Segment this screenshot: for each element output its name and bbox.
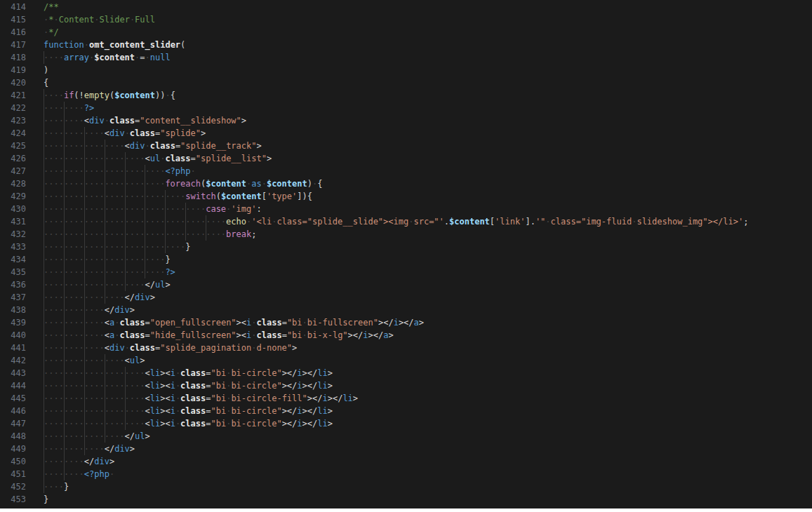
code-content[interactable]: ············</div> [44, 304, 812, 316]
code-line[interactable]: 423········<div·class="content__slidesho… [0, 114, 812, 127]
code-content[interactable]: ····················<li><i·class="bi·bi-… [44, 392, 812, 405]
code-content[interactable]: ·*·Content·Slider·Full [44, 13, 812, 26]
code-line[interactable]: 449············</div> [0, 443, 812, 455]
code-line[interactable]: 422········?> [0, 102, 812, 114]
code-token: > [130, 444, 135, 454]
code-token: $content [206, 179, 246, 189]
code-line[interactable]: 444····················<li><i·class="bi·… [0, 379, 812, 392]
code-line[interactable]: 442················<ul> [0, 354, 812, 367]
code-content[interactable]: ····················<li><i·class="bi·bi-… [44, 417, 812, 430]
code-editor[interactable]: 414/**415·*·Content·Slider·Full416·*/417… [0, 0, 812, 512]
code-content[interactable]: ········</div> [44, 455, 812, 468]
code-content[interactable]: ········?> [44, 102, 812, 114]
code-content[interactable]: ) [44, 64, 812, 76]
code-content[interactable]: ························foreach($content… [44, 177, 812, 190]
code-content[interactable]: ····································echo… [44, 215, 812, 228]
code-line[interactable]: 426····················<ul·class="splide… [0, 152, 812, 165]
code-content[interactable]: ················</ul> [44, 430, 812, 443]
code-content[interactable]: ································case·'im… [44, 203, 812, 215]
code-content[interactable]: ················<div·class="splide__trac… [44, 140, 812, 152]
code-content[interactable]: ········<div·class="content__slideshow"> [44, 114, 812, 127]
code-content[interactable]: ························} [44, 253, 812, 266]
code-line[interactable]: 451········<?php· [0, 468, 812, 480]
code-line[interactable]: 436····················</ul> [0, 278, 812, 291]
code-content[interactable]: function·omt_content_slider( [44, 39, 812, 51]
code-content[interactable]: ····················<li><i·class="bi·bi-… [44, 405, 812, 417]
code-content[interactable]: ············<div·class="splide_paginatio… [44, 342, 812, 354]
code-line[interactable]: 428························foreach($cont… [0, 177, 812, 190]
code-content[interactable]: ····array·$content·=·null [44, 51, 812, 64]
code-content[interactable]: ····················</ul> [44, 278, 812, 291]
code-token: <?php [84, 469, 109, 479]
code-token: div [94, 457, 109, 466]
whitespace-dots: · [251, 318, 256, 328]
whitespace-dots: · [125, 128, 130, 138]
code-token: ]){ [297, 191, 312, 201]
code-line[interactable]: 437················</div> [0, 291, 812, 304]
code-token: li [150, 406, 160, 416]
code-line[interactable]: 434························} [0, 253, 812, 266]
code-line[interactable]: 440············<a·class="hide_fullscreen… [0, 329, 812, 342]
code-content[interactable]: ················</div> [44, 291, 812, 304]
code-content[interactable]: ····································brea… [44, 228, 812, 241]
code-token: = [282, 318, 287, 328]
code-content[interactable]: /** [44, 1, 812, 13]
code-token: bi-circle" [231, 381, 281, 391]
code-content[interactable]: ····························switch($cont… [44, 190, 812, 203]
code-content[interactable]: ················<ul> [44, 354, 812, 367]
code-line[interactable]: 417function·omt_content_slider( [0, 39, 812, 51]
code-content[interactable]: ············<div·class="splide"> [44, 127, 812, 140]
code-content[interactable]: ····················<li><i·class="bi·bi-… [44, 379, 812, 392]
code-content[interactable]: ·*/ [44, 26, 812, 39]
code-content[interactable]: ····························} [44, 241, 812, 253]
indent-guide [105, 215, 105, 228]
code-content[interactable]: ············<a·class="open_fullscreen"><… [44, 316, 812, 329]
code-line[interactable]: 425················<div·class="splide__t… [0, 140, 812, 152]
code-content[interactable]: ························?> [44, 266, 812, 278]
line-number: 438 [0, 304, 26, 316]
code-line[interactable]: 435························?> [0, 266, 812, 278]
code-token: } [44, 494, 48, 504]
code-line[interactable]: 429····························switch($c… [0, 190, 812, 203]
code-line[interactable]: 438············</div> [0, 304, 812, 316]
code-content[interactable]: ····} [44, 480, 812, 493]
code-content[interactable]: ····················<ul·class="splide__l… [44, 152, 812, 165]
code-content[interactable]: ············</div> [44, 443, 812, 455]
code-line[interactable]: 445····················<li><i·class="bi·… [0, 392, 812, 405]
code-line[interactable]: 418····array·$content·=·null [0, 51, 812, 64]
code-line[interactable]: 415·*·Content·Slider·Full [0, 13, 812, 26]
code-content[interactable]: ····················<li><i·class="bi·bi-… [44, 367, 812, 379]
code-content[interactable]: ········<?php· [44, 468, 812, 480]
code-content[interactable]: { [44, 76, 812, 89]
code-content[interactable]: ························<?php· [44, 165, 812, 177]
code-line[interactable]: 448················</ul> [0, 430, 812, 443]
code-line[interactable]: 419) [0, 64, 812, 76]
code-line[interactable]: 439············<a·class="open_fullscreen… [0, 316, 812, 329]
code-line[interactable]: 452····} [0, 480, 812, 493]
code-line[interactable]: 420{ [0, 76, 812, 89]
indent-guide [84, 278, 85, 291]
code-line[interactable]: 443····················<li><i·class="bi·… [0, 367, 812, 379]
code-token: "bi [211, 393, 226, 403]
code-content[interactable]: } [44, 493, 812, 506]
code-line[interactable]: 433····························} [0, 241, 812, 253]
code-content[interactable]: ············<a·class="hide_fullscreen"><… [44, 329, 812, 342]
code-line[interactable]: 450········</div> [0, 455, 812, 468]
code-line[interactable]: 453} [0, 493, 812, 506]
code-line[interactable]: 431····································e… [0, 215, 812, 228]
code-line[interactable]: 447····················<li><i·class="bi·… [0, 417, 812, 430]
code-line[interactable]: 421····if(!empty($content))·{ [0, 89, 812, 102]
code-line[interactable]: 432····································b… [0, 228, 812, 241]
code-line[interactable]: 441············<div·class="splide_pagina… [0, 342, 812, 354]
line-number: 418 [0, 51, 26, 64]
whitespace-dots: ···················· [44, 154, 145, 163]
code-line[interactable]: 430································case·… [0, 203, 812, 215]
code-token: bi-circle" [231, 419, 281, 429]
code-line[interactable]: 446····················<li><i·class="bi·… [0, 405, 812, 417]
code-content[interactable]: ····if(!empty($content))·{ [44, 89, 812, 102]
code-line[interactable]: 427························<?php· [0, 165, 812, 177]
code-line[interactable]: 424············<div·class="splide"> [0, 127, 812, 140]
code-token: < [145, 154, 150, 163]
code-line[interactable]: 416·*/ [0, 26, 812, 39]
code-line[interactable]: 414/** [0, 1, 812, 13]
